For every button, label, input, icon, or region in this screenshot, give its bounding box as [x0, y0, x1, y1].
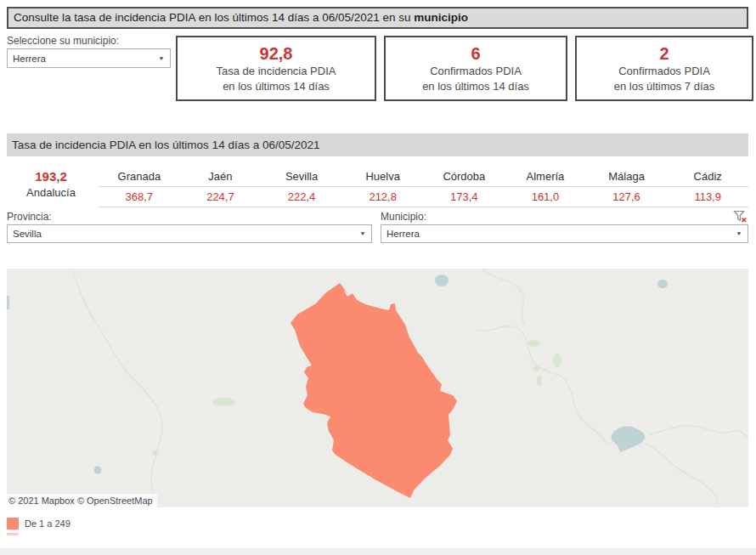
province-value[interactable]: 113,9	[667, 187, 748, 207]
title-text: Consulte la tasa de incidencia PDIA en l…	[14, 11, 414, 24]
kpi-confirmed-7d-label1: Confirmados PDIA	[618, 64, 710, 79]
municipio-filter-value: Herrera	[386, 229, 420, 239]
province-header: Jaén	[180, 169, 262, 186]
horizontal-scrollbar[interactable]	[0, 548, 756, 555]
province-table-value-row: 368,7 224,7 222,4 212,8 173,4 161,0 127,…	[99, 187, 748, 207]
kpi-confirmed-14d: 6 Confirmados PDIA en los últimos 14 día…	[384, 36, 567, 101]
title-banner: Consulte la tasa de incidencia PDIA en l…	[7, 7, 748, 29]
kpi-incidence-rate-value: 92,8	[260, 43, 293, 64]
legend-swatch	[7, 518, 19, 530]
clear-filter-icon[interactable]	[733, 210, 748, 224]
province-header: Huelva	[342, 169, 424, 186]
kpi-confirmed-14d-label2: en los últimos 14 días	[422, 79, 529, 94]
municipio-filter-dropdown[interactable]: Herrera ▼	[381, 224, 748, 243]
province-header: Granada	[99, 169, 180, 186]
kpi-incidence-rate: 92,8 Tasa de incidencia PDIA en los últi…	[176, 36, 376, 101]
region-summary-name: Andalucía	[7, 184, 95, 201]
map-attribution[interactable]: © 2021 Mapbox © OpenStreetMap	[7, 494, 157, 508]
province-header: Córdoba	[424, 169, 505, 186]
province-value[interactable]: 224,7	[180, 187, 262, 207]
province-value[interactable]: 127,6	[586, 187, 668, 207]
provincia-filter-dropdown[interactable]: Sevilla ▼	[7, 224, 372, 243]
province-value[interactable]: 161,0	[505, 187, 586, 207]
kpi-incidence-rate-label1: Tasa de incidencia PDIA	[217, 64, 336, 79]
kpi-confirmed-14d-label1: Confirmados PDIA	[430, 64, 522, 79]
dashboard: Consulte la tasa de incidencia PDIA en l…	[0, 0, 756, 555]
legend-item[interactable]: De 1 a 249	[7, 518, 71, 530]
municipio-selector-value: Herrera	[13, 54, 46, 64]
chevron-down-icon: ▼	[736, 230, 742, 236]
province-value[interactable]: 212,8	[342, 187, 424, 207]
province-header: Cádiz	[667, 169, 748, 186]
region-summary-value: 193,2	[7, 169, 95, 184]
title-bold-word: municipio	[414, 11, 468, 24]
province-value[interactable]: 173,4	[424, 187, 505, 207]
kpi-incidence-rate-label2: en los últimos 14 días	[223, 79, 330, 94]
provincia-filter-value: Sevilla	[13, 229, 42, 239]
municipio-selector-label: Seleccione su municipio:	[7, 35, 119, 47]
province-table-header-row: Granada Jaén Sevilla Huelva Córdoba Alme…	[99, 169, 748, 187]
province-header: Almería	[505, 169, 586, 186]
province-header: Málaga	[586, 169, 668, 186]
kpi-confirmed-7d-value: 2	[659, 43, 669, 64]
municipio-selector-dropdown[interactable]: Herrera ▼	[7, 48, 171, 68]
kpi-confirmed-7d-label2: en los últimos 7 días	[614, 79, 715, 94]
region-summary: 193,2 Andalucía	[7, 169, 95, 201]
choropleth-map[interactable]	[7, 269, 748, 507]
provincia-filter-label: Provincia:	[7, 211, 52, 223]
chevron-down-icon: ▼	[359, 230, 366, 236]
chevron-down-icon: ▼	[158, 55, 165, 61]
province-table: Granada Jaén Sevilla Huelva Córdoba Alme…	[99, 169, 748, 207]
legend-partial-swatch	[7, 533, 19, 535]
municipio-filter-label: Municipio:	[381, 211, 426, 223]
section-title: Tasa de incidencia PDIA en los últimos 1…	[7, 133, 748, 156]
kpi-confirmed-7d: 2 Confirmados PDIA en los últimos 7 días	[575, 36, 753, 101]
kpi-confirmed-14d-value: 6	[471, 43, 480, 64]
province-header: Sevilla	[261, 169, 342, 186]
legend-label: De 1 a 249	[25, 518, 71, 529]
province-value[interactable]: 222,4	[261, 187, 342, 207]
province-value[interactable]: 368,7	[99, 187, 180, 207]
